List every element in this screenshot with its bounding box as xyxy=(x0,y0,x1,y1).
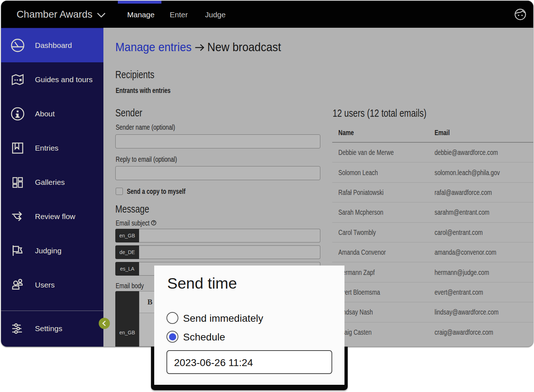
svg-text:?: ? xyxy=(152,221,155,225)
